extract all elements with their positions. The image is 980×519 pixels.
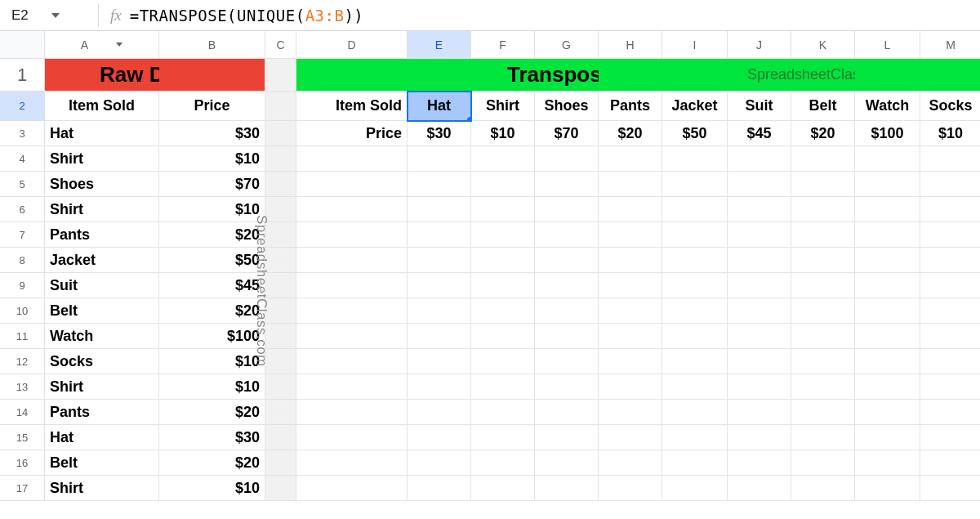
cell-A13[interactable]: Shirt [45,374,159,400]
column-header-H[interactable]: H [599,31,662,59]
cell-D12[interactable] [296,349,408,374]
transposed-price-3[interactable]: $20 [599,121,662,146]
cell-I15[interactable] [662,425,728,450]
cell-E4[interactable] [408,146,471,172]
cell-D6[interactable] [296,197,408,222]
cell-L13[interactable] [855,374,920,400]
transposed-price-8[interactable]: $10 [920,121,980,146]
cell-M17[interactable] [920,476,980,501]
cell-J5[interactable] [728,172,791,197]
cell-A16[interactable]: Belt [45,450,159,476]
cell-F15[interactable] [471,425,535,450]
cell-G7[interactable] [535,222,599,248]
column-header-L[interactable]: L [855,31,920,59]
cell-C10[interactable] [265,298,296,324]
spreadsheet-grid[interactable]: ABCDEFGHIJKLM1Raw DataTransposedSpreadsh… [0,31,980,501]
banner-raw-data[interactable]: Raw Data [45,59,159,92]
cell-F12[interactable] [471,349,535,374]
cell-B4[interactable]: $10 [159,146,265,172]
cell-H14[interactable] [599,400,662,425]
cell-M6[interactable] [920,197,980,222]
cell-G1[interactable]: Transposed [535,59,599,92]
cell-K9[interactable] [791,273,855,298]
transposed-item-6[interactable]: Belt [791,92,855,121]
cell-L4[interactable] [855,146,920,172]
cell-C14[interactable] [265,400,296,425]
cell-J15[interactable] [728,425,791,450]
cell-B1[interactable] [159,59,265,92]
row-header-8[interactable]: 8 [0,248,45,273]
cell-C2[interactable] [265,92,296,121]
cell-E5[interactable] [408,172,471,197]
row-header-14[interactable]: 14 [0,400,45,425]
cell-D15[interactable] [296,425,408,450]
cell-L12[interactable] [855,349,920,374]
cell-D14[interactable] [296,400,408,425]
cell-D8[interactable] [296,248,408,273]
cell-J6[interactable] [728,197,791,222]
cell-E9[interactable] [408,273,471,298]
cell-F6[interactable] [471,197,535,222]
cell-I12[interactable] [662,349,728,374]
transposed-item-2[interactable]: Shoes [535,92,599,121]
row-header-2[interactable]: 2 [0,92,45,121]
column-header-K[interactable]: K [791,31,855,59]
cell-E16[interactable] [408,450,471,476]
cell-G4[interactable] [535,146,599,172]
column-header-B[interactable]: B [159,31,265,59]
cell-D16[interactable] [296,450,408,476]
cell-E17[interactable] [408,476,471,501]
cell-M1[interactable] [920,59,980,92]
cell-K13[interactable] [791,374,855,400]
cell-B12[interactable]: $10 [159,349,265,374]
cell-C5[interactable] [265,172,296,197]
cell-J17[interactable] [728,476,791,501]
name-box-dropdown-icon[interactable] [51,13,60,18]
cell-M8[interactable] [920,248,980,273]
cell-I16[interactable] [662,450,728,476]
cell-H15[interactable] [599,425,662,450]
cell-E8[interactable] [408,248,471,273]
cell-E12[interactable] [408,349,471,374]
cell-M10[interactable] [920,298,980,324]
cell-G8[interactable] [535,248,599,273]
cell-B9[interactable]: $45 [159,273,265,298]
cell-C13[interactable] [265,374,296,400]
cell-F17[interactable] [471,476,535,501]
formula-input[interactable]: =TRANSPOSE(UNIQUE(A3:B)) [130,7,364,25]
cell-B13[interactable]: $10 [159,374,265,400]
cell-K14[interactable] [791,400,855,425]
cell-I17[interactable] [662,476,728,501]
row-header-13[interactable]: 13 [0,374,45,400]
cell-I13[interactable] [662,374,728,400]
cell-B8[interactable]: $50 [159,248,265,273]
column-header-E[interactable]: E [408,31,471,59]
transposed-label-price[interactable]: Price [296,121,408,146]
column-header-I[interactable]: I [662,31,728,59]
cell-D11[interactable] [296,324,408,349]
cell-B7[interactable]: $20 [159,222,265,248]
cell-E7[interactable] [408,222,471,248]
cell-A15[interactable]: Hat [45,425,159,450]
cell-A9[interactable]: Suit [45,273,159,298]
transposed-item-5[interactable]: Suit [728,92,791,121]
cell-B11[interactable]: $100 [159,324,265,349]
column-header-D[interactable]: D [296,31,408,59]
cell-C9[interactable] [265,273,296,298]
transposed-price-1[interactable]: $10 [471,121,535,146]
cell-G15[interactable] [535,425,599,450]
cell-C6[interactable] [265,197,296,222]
cell-H11[interactable] [599,324,662,349]
cell-M5[interactable] [920,172,980,197]
cell-A14[interactable]: Pants [45,400,159,425]
cell-E14[interactable] [408,400,471,425]
row-header-17[interactable]: 17 [0,476,45,501]
cell-J13[interactable] [728,374,791,400]
cell-I1[interactable] [662,59,728,92]
transposed-item-8[interactable]: Socks [920,92,980,121]
cell-H10[interactable] [599,298,662,324]
cell-H7[interactable] [599,222,662,248]
cell-K8[interactable] [791,248,855,273]
cell-E11[interactable] [408,324,471,349]
transposed-item-4[interactable]: Jacket [662,92,728,121]
